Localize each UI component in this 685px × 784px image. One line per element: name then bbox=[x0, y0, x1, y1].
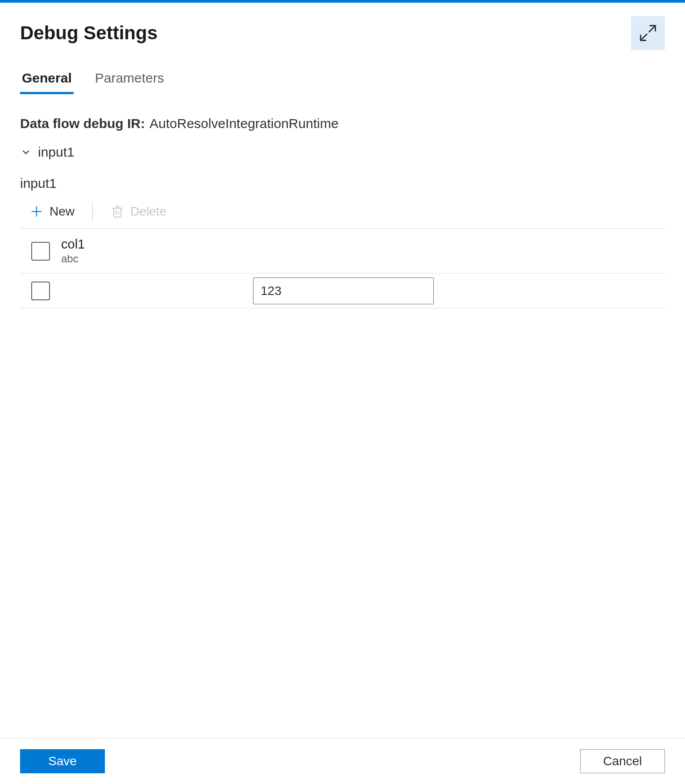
parameter-table: col1 abc bbox=[20, 228, 665, 308]
plus-icon bbox=[30, 205, 43, 218]
debug-ir-row: Data flow debug IR: AutoResolveIntegrati… bbox=[20, 116, 665, 131]
expand-button[interactable] bbox=[631, 16, 665, 50]
header-checkbox-cell bbox=[20, 242, 61, 261]
dialog-header: Debug Settings bbox=[20, 12, 665, 54]
new-button[interactable]: New bbox=[20, 199, 84, 224]
dialog-footer: Save Cancel bbox=[0, 738, 685, 784]
delete-button-label: Delete bbox=[130, 204, 166, 219]
toolbar-separator bbox=[92, 202, 93, 221]
tab-parameters[interactable]: Parameters bbox=[93, 66, 166, 94]
row-checkbox[interactable] bbox=[31, 282, 50, 300]
save-button[interactable]: Save bbox=[20, 749, 105, 773]
tab-list: General Parameters bbox=[20, 66, 665, 95]
column-name: col1 bbox=[61, 237, 253, 252]
column-type: abc bbox=[61, 253, 253, 265]
row-checkbox-cell bbox=[20, 282, 61, 300]
main-content: Debug Settings General Parameters Data f… bbox=[0, 3, 685, 738]
input-section-title: input1 bbox=[20, 176, 665, 191]
cancel-button[interactable]: Cancel bbox=[580, 749, 665, 773]
table-header-row: col1 abc bbox=[20, 229, 665, 274]
svg-line-1 bbox=[641, 34, 648, 41]
column-header: col1 abc bbox=[61, 237, 253, 265]
table-row bbox=[20, 274, 665, 308]
row-value-input[interactable] bbox=[253, 278, 434, 304]
expand-icon bbox=[638, 23, 658, 43]
new-button-label: New bbox=[50, 204, 75, 219]
select-all-checkbox[interactable] bbox=[31, 242, 50, 261]
svg-line-0 bbox=[649, 26, 656, 33]
debug-ir-label: Data flow debug IR: bbox=[20, 116, 145, 131]
tab-general[interactable]: General bbox=[20, 66, 74, 94]
trash-icon bbox=[111, 205, 124, 218]
input-collapser[interactable]: input1 bbox=[20, 145, 665, 160]
row-value-cell bbox=[253, 278, 665, 304]
input-collapser-label: input1 bbox=[38, 145, 75, 160]
table-toolbar: New Delete bbox=[20, 197, 665, 226]
chevron-down-icon bbox=[20, 146, 32, 158]
general-panel: Data flow debug IR: AutoResolveIntegrati… bbox=[20, 116, 665, 308]
dialog-title: Debug Settings bbox=[20, 22, 158, 44]
delete-button: Delete bbox=[101, 199, 176, 224]
debug-ir-value: AutoResolveIntegrationRuntime bbox=[149, 116, 339, 131]
